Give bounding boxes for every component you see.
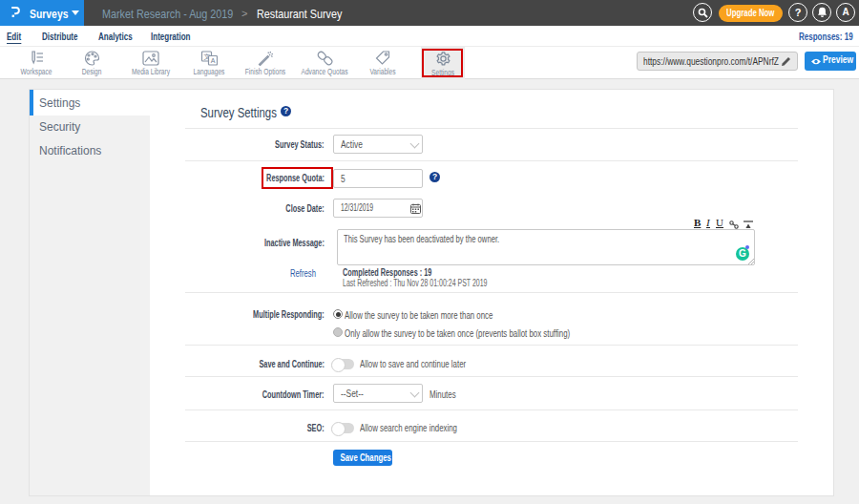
svg-text:A: A	[211, 57, 216, 64]
